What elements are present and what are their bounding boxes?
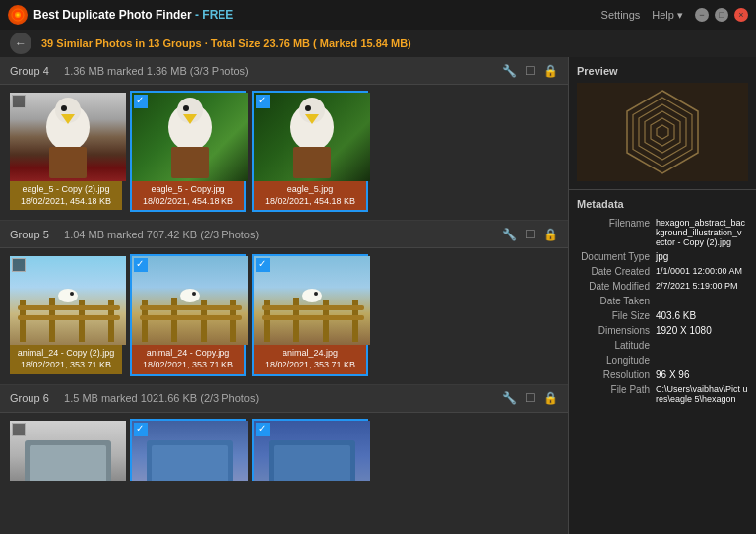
- minimize-button[interactable]: −: [695, 8, 709, 22]
- photo-checkbox-9[interactable]: [256, 423, 270, 436]
- back-button[interactable]: ←: [10, 33, 32, 54]
- svg-point-37: [302, 289, 322, 302]
- svg-point-38: [314, 292, 318, 296]
- group-5-header: Group 5 1.04 MB marked 707.42 KB (2/3 Ph…: [0, 221, 568, 248]
- group-4-header: Group 4 1.36 MB marked 1.36 MB (3/3 Phot…: [0, 57, 568, 85]
- svg-rect-27: [140, 305, 242, 310]
- svg-rect-14: [293, 147, 331, 178]
- wrench-icon[interactable]: 🔧: [502, 64, 517, 78]
- eagle-image-1: [10, 93, 126, 181]
- sub-header: ← 39 Similar Photos in 13 Groups · Total…: [0, 30, 756, 57]
- group6-image-2: [132, 421, 248, 481]
- photo-caption-2: eagle_5 - Copy.jpg18/02/2021, 454.18 KB: [132, 181, 244, 210]
- meta-key-lat: Latitude: [577, 340, 656, 351]
- meta-val-dimensions: 1920 X 1080: [656, 325, 748, 336]
- title-bar: Best Duplicate Photo Finder - FREE Setti…: [0, 0, 756, 30]
- preview-title: Preview: [577, 65, 748, 77]
- svg-rect-40: [30, 445, 106, 481]
- svg-rect-36: [262, 315, 364, 320]
- photo-item[interactable]: eagle_5 - Copy.jpg18/02/2021, 454.18 KB: [130, 91, 246, 212]
- wrench-icon-5[interactable]: 🔧: [502, 228, 517, 241]
- meta-val-lon: [656, 355, 748, 366]
- photo-checkbox-5[interactable]: [134, 258, 148, 272]
- meta-key-modified: Date Modified: [577, 281, 656, 292]
- svg-rect-19: [18, 305, 120, 310]
- metadata-row-filepath: File Path C:\Users\vaibhav\Pict ures\eag…: [577, 384, 748, 404]
- photo-item[interactable]: photo_1_copy2.jpg18/02/2021, 512 KB: [252, 419, 368, 481]
- group-6-actions: 🔧 ☐ 🔒: [502, 391, 558, 405]
- photo-checkbox-4[interactable]: [12, 258, 26, 272]
- photo-item[interactable]: animal_24 - Copy (2).jpg18/02/2021, 353.…: [8, 254, 124, 375]
- group6-image-1: [10, 421, 126, 481]
- svg-rect-6: [49, 147, 87, 178]
- group-6-label: Group 6 1.5 MB marked 1021.66 KB (2/3 Ph…: [10, 392, 259, 404]
- app-title: Best Duplicate Photo Finder - FREE: [33, 8, 233, 22]
- metadata-row-filename: Filename hexagon_abstract_bac kground_il…: [577, 218, 748, 247]
- left-panel: Group 4 1.36 MB marked 1.36 MB (3/3 Phot…: [0, 57, 569, 534]
- group6-image-3: [254, 421, 370, 481]
- group-5-actions: 🔧 ☐ 🔒: [502, 228, 558, 241]
- edition-label: - FREE: [195, 8, 233, 22]
- checkbox-icon-5[interactable]: ☐: [525, 228, 536, 241]
- lock-icon-5[interactable]: 🔒: [543, 228, 558, 241]
- group-5: Group 5 1.04 MB marked 707.42 KB (2/3 Ph…: [0, 221, 568, 384]
- seagull-image-2: [132, 256, 248, 345]
- photo-checkbox-3[interactable]: [256, 95, 270, 108]
- lock-icon[interactable]: 🔒: [543, 64, 558, 78]
- meta-key-lon: Longitude: [577, 355, 656, 366]
- photo-item[interactable]: eagle_5.jpg18/02/2021, 454.18 KB: [252, 91, 368, 212]
- svg-rect-35: [262, 305, 364, 310]
- photo-item[interactable]: animal_24 - Copy.jpg18/02/2021, 353.71 K…: [130, 254, 246, 375]
- close-button[interactable]: ×: [734, 8, 748, 22]
- meta-key-doctype: Document Type: [577, 251, 656, 262]
- group-6-header: Group 6 1.5 MB marked 1021.66 KB (2/3 Ph…: [0, 385, 568, 413]
- settings-menu[interactable]: Settings: [601, 9, 641, 21]
- preview-section: Preview: [569, 57, 756, 190]
- svg-rect-10: [171, 147, 209, 178]
- group-4-actions: 🔧 ☐ 🔒: [502, 64, 558, 78]
- photo-caption-1: eagle_5 - Copy (2).jpg18/02/2021, 454.18…: [10, 181, 122, 210]
- checkbox-icon-6[interactable]: ☐: [525, 391, 536, 405]
- help-menu[interactable]: Help ▾: [652, 9, 683, 22]
- meta-val-lat: [656, 340, 748, 351]
- app-logo: [8, 5, 28, 25]
- metadata-row-created: Date Created 1/1/0001 12:00:00 AM: [577, 266, 748, 277]
- checkbox-icon[interactable]: ☐: [525, 64, 536, 78]
- group-6: Group 6 1.5 MB marked 1021.66 KB (2/3 Ph…: [0, 385, 568, 481]
- meta-key-dimensions: Dimensions: [577, 325, 656, 336]
- photo-checkbox-2[interactable]: [134, 95, 148, 108]
- metadata-row-taken: Date Taken: [577, 296, 748, 306]
- meta-val-modified: 2/7/2021 5:19:00 PM: [656, 281, 748, 292]
- photo-checkbox-8[interactable]: [134, 423, 148, 436]
- svg-point-5: [61, 105, 67, 111]
- photo-caption-5: animal_24 - Copy.jpg18/02/2021, 353.71 K…: [132, 345, 244, 373]
- lock-icon-6[interactable]: 🔒: [543, 391, 558, 405]
- group-6-photos: photo_1.jpg18/02/2021, 512 KB: [0, 413, 568, 481]
- svg-point-2: [17, 14, 20, 17]
- seagull-image-3: [254, 256, 370, 345]
- photo-checkbox-6[interactable]: [256, 258, 270, 272]
- wrench-icon-6[interactable]: 🔧: [502, 391, 517, 405]
- meta-key-filesize: File Size: [577, 310, 656, 321]
- photo-checkbox-7[interactable]: [12, 423, 26, 436]
- photo-item[interactable]: eagle_5 - Copy (2).jpg18/02/2021, 454.18…: [8, 91, 124, 212]
- meta-val-res: 96 X 96: [656, 369, 748, 380]
- group-5-photos: animal_24 - Copy (2).jpg18/02/2021, 353.…: [0, 248, 568, 383]
- photo-item[interactable]: photo_1_copy.jpg18/02/2021, 512 KB: [130, 419, 246, 481]
- preview-image: [577, 83, 748, 181]
- meta-val-doctype: jpg: [656, 251, 748, 262]
- maximize-button[interactable]: □: [715, 8, 728, 22]
- photo-caption-3: eagle_5.jpg18/02/2021, 454.18 KB: [254, 181, 366, 210]
- photo-item[interactable]: photo_1.jpg18/02/2021, 512 KB: [8, 419, 124, 481]
- meta-key-taken: Date Taken: [577, 296, 656, 306]
- window-controls: − □ ×: [695, 8, 748, 22]
- svg-rect-42: [152, 445, 228, 481]
- metadata-row-lat: Latitude: [577, 340, 748, 351]
- photo-caption-4: animal_24 - Copy (2).jpg18/02/2021, 353.…: [10, 345, 122, 373]
- metadata-row-modified: Date Modified 2/7/2021 5:19:00 PM: [577, 281, 748, 292]
- photo-item[interactable]: animal_24.jpg18/02/2021, 353.71 KB: [252, 254, 368, 375]
- groups-scroll[interactable]: Group 4 1.36 MB marked 1.36 MB (3/3 Phot…: [0, 57, 568, 481]
- photo-checkbox-1[interactable]: [12, 95, 26, 108]
- svg-point-30: [192, 292, 196, 296]
- photo-caption-6: animal_24.jpg18/02/2021, 353.71 KB: [254, 345, 366, 373]
